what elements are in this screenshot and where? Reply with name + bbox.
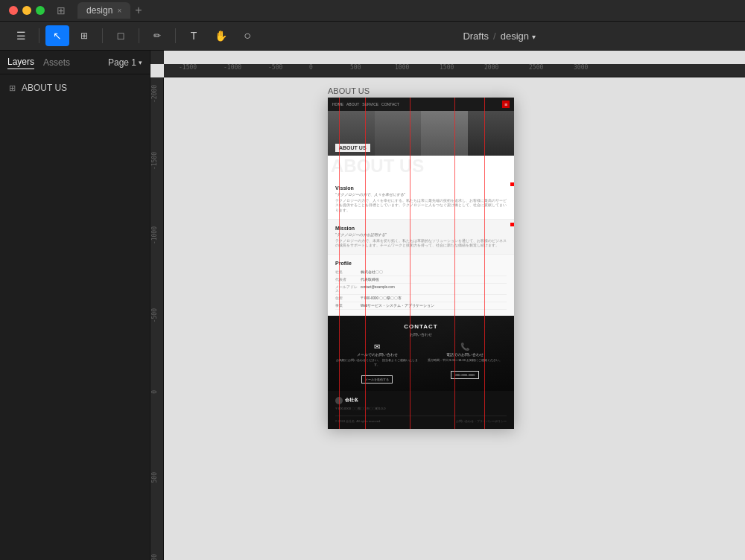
tab-assets[interactable]: Assets bbox=[43, 56, 70, 69]
profile-table: 社名 株式会社〇〇 代表者 代表取締役 メールアドレス contact@exam… bbox=[335, 269, 507, 310]
shape-tool-button[interactable]: □ bbox=[109, 25, 133, 46]
profile-key-4: 事業 bbox=[335, 304, 358, 308]
active-tab[interactable]: design × bbox=[77, 2, 130, 19]
profile-row-1: 代表者 代表取締役 bbox=[335, 276, 507, 284]
about-watermark-section: ABOUT US bbox=[328, 156, 514, 179]
vision-section: Vission "テクノロジーの力で、人々を幸せにする" テクノロジーの力で、人… bbox=[328, 179, 514, 220]
tab-layers[interactable]: Layers bbox=[7, 55, 34, 69]
footer-logo: 会社名 bbox=[335, 397, 507, 404]
mission-red-accent bbox=[510, 223, 514, 226]
profile-val-0: 株式会社〇〇 bbox=[361, 270, 507, 274]
comment-tool-button[interactable]: ○ bbox=[235, 25, 259, 46]
separator-4 bbox=[175, 28, 176, 43]
hero-person-2 bbox=[375, 111, 422, 156]
contact-subtitle: お問い合わせ bbox=[335, 333, 507, 337]
profile-row-3: 住所 〒000-0000 〇〇県〇〇市 bbox=[335, 295, 507, 302]
contact-email-button[interactable]: メールを送信する bbox=[361, 375, 393, 384]
hero-title: ABOUT US bbox=[335, 144, 370, 151]
nav-link-service: SERVICE bbox=[362, 102, 378, 106]
profile-row-2: メールアドレス contact@example.com bbox=[335, 284, 507, 295]
tab-area: design × + bbox=[77, 2, 142, 19]
select-tool-button[interactable]: ↖ bbox=[45, 25, 69, 46]
ruler-v-tick-4: -500 bbox=[151, 308, 158, 322]
titlebar: ⊞ design × + bbox=[0, 0, 745, 21]
separator-3 bbox=[139, 28, 139, 43]
text-tool-icon: T bbox=[191, 30, 197, 42]
sidebar: Layers Assets Page 1 ▾ ⊞ ABOUT US bbox=[0, 51, 150, 560]
ruler-corner bbox=[150, 51, 164, 64]
footer-copyright: © 2024 会社名. All rights reserved. bbox=[335, 419, 381, 423]
webpage-container: HOME ABOUT SERVICE CONTACT ≡ bbox=[328, 98, 514, 429]
layer-item-about-us[interactable]: ⊞ ABOUT US bbox=[0, 79, 150, 97]
footer-address: 〒000-0000 〇〇県〇〇市〇〇町0-0-0 bbox=[335, 407, 507, 411]
vision-body: テクノロジーの力で、人々を幸せにする。私たちは常に最先端の技術を追求し、お客様に… bbox=[335, 199, 507, 213]
layer-icon: ⊞ bbox=[9, 83, 16, 93]
grid-icon: ⊞ bbox=[57, 4, 66, 16]
nav-link-about: ABOUT bbox=[346, 102, 359, 106]
breadcrumb-separator: / bbox=[493, 31, 496, 42]
contact-phone-button[interactable]: 000-0000-0000 bbox=[451, 371, 478, 379]
frame-label: ABOUT US bbox=[328, 86, 514, 95]
close-button[interactable] bbox=[9, 6, 18, 15]
vision-title: Vission bbox=[335, 185, 507, 191]
ruler-v-tick-2: -1500 bbox=[151, 152, 158, 170]
web-navbar: HOME ABOUT SERVICE CONTACT ≡ bbox=[328, 98, 514, 111]
phone-icon: 📞 bbox=[423, 343, 507, 351]
nav-link-contact: CONTACT bbox=[381, 102, 399, 106]
breadcrumb: Drafts / design ▾ bbox=[262, 31, 736, 42]
page-selector[interactable]: Page 1 ▾ bbox=[108, 57, 142, 68]
select-tool-icon: ↖ bbox=[53, 30, 62, 42]
footer-bottom: © 2024 会社名. All rights reserved. お問い合わせ・… bbox=[335, 416, 507, 423]
canvas-inner: ABOUT US HOME ABOUT bbox=[164, 64, 745, 560]
ruler-v-tick-1: -2000 bbox=[151, 85, 158, 103]
layer-label: ABOUT US bbox=[22, 83, 67, 93]
profile-title: Profile bbox=[335, 261, 507, 266]
profile-key-0: 社名 bbox=[335, 270, 358, 274]
watermark-text: ABOUT US bbox=[331, 157, 424, 175]
mission-section: Mission "テクノロジーの力を証明する" テクノロジーの力で、未来を切り拓… bbox=[328, 220, 514, 255]
sidebar-tabs: Layers Assets Page 1 ▾ bbox=[0, 51, 150, 74]
fullscreen-button[interactable] bbox=[36, 6, 45, 15]
tab-label: design bbox=[86, 5, 112, 16]
new-tab-button[interactable]: + bbox=[135, 4, 142, 16]
web-footer: 会社名 〒000-0000 〇〇県〇〇市〇〇町0-0-0 © 2024 会社名.… bbox=[328, 391, 514, 429]
comment-tool-icon: ○ bbox=[244, 29, 251, 42]
main-layout: Layers Assets Page 1 ▾ ⊞ ABOUT US -1500 … bbox=[0, 51, 745, 560]
hand-tool-button[interactable]: ✋ bbox=[209, 25, 232, 46]
nav-links: HOME ABOUT SERVICE CONTACT bbox=[332, 102, 399, 106]
canvas-content[interactable]: ABOUT US HOME ABOUT bbox=[164, 64, 745, 560]
contact-phone-text: 受付時間：平日 9:00〜18:00 お気軽にご連絡ください。 bbox=[423, 358, 507, 363]
traffic-lights bbox=[9, 6, 45, 15]
tab-close-icon[interactable]: × bbox=[117, 7, 121, 15]
hero-title-text: ABOUT US bbox=[335, 144, 370, 152]
vision-red-accent bbox=[510, 182, 514, 186]
hero-person-3 bbox=[421, 111, 468, 156]
vector-tool-button[interactable]: ✏ bbox=[145, 25, 169, 46]
profile-row-4: 事業 Webサービス・システム・アプリケーション bbox=[335, 302, 507, 310]
profile-key-2: メールアドレス bbox=[335, 285, 358, 293]
ruler-v-tick-7: 1000 bbox=[151, 554, 158, 560]
design-frame[interactable]: ABOUT US HOME ABOUT bbox=[328, 86, 514, 429]
menu-button[interactable]: ☰ bbox=[9, 25, 33, 46]
mission-subtitle: "テクノロジーの力を証明する" bbox=[335, 232, 507, 237]
contact-title: CONTACT bbox=[335, 323, 507, 330]
contact-content: CONTACT お問い合わせ ✉ メールでのお問い合わせ お気軽にお問い合わせく… bbox=[335, 323, 507, 383]
separator-1 bbox=[39, 28, 39, 43]
footer-logo-text: 会社名 bbox=[345, 397, 358, 404]
hand-tool-icon: ✋ bbox=[215, 30, 227, 42]
profile-row-0: 社名 株式会社〇〇 bbox=[335, 269, 507, 276]
breadcrumb-file[interactable]: design ▾ bbox=[501, 31, 536, 42]
layers-panel: ⊞ ABOUT US bbox=[0, 74, 150, 101]
contact-email-text: お気軽にお問い合わせください。 担当者よりご連絡いたします。 bbox=[335, 358, 419, 366]
vector-tool-icon: ✏ bbox=[153, 31, 161, 41]
frame-tool-button[interactable]: ⊞ bbox=[72, 25, 96, 46]
breadcrumb-drafts[interactable]: Drafts bbox=[463, 31, 489, 42]
contact-section: CONTACT お問い合わせ ✉ メールでのお問い合わせ お気軽にお問い合わせく… bbox=[328, 316, 514, 390]
ruler-v-tick-5: 0 bbox=[151, 390, 158, 394]
ruler-v-tick-3: -1000 bbox=[151, 226, 158, 244]
text-tool-button[interactable]: T bbox=[182, 25, 206, 46]
minimize-button[interactable] bbox=[22, 6, 31, 15]
profile-val-4: Webサービス・システム・アプリケーション bbox=[361, 304, 507, 308]
contact-phone-title: 電話でのお問い合わせ bbox=[423, 353, 507, 357]
canvas-area[interactable]: -1500 -1000 -500 0 500 1000 1500 2000 25… bbox=[150, 51, 745, 560]
